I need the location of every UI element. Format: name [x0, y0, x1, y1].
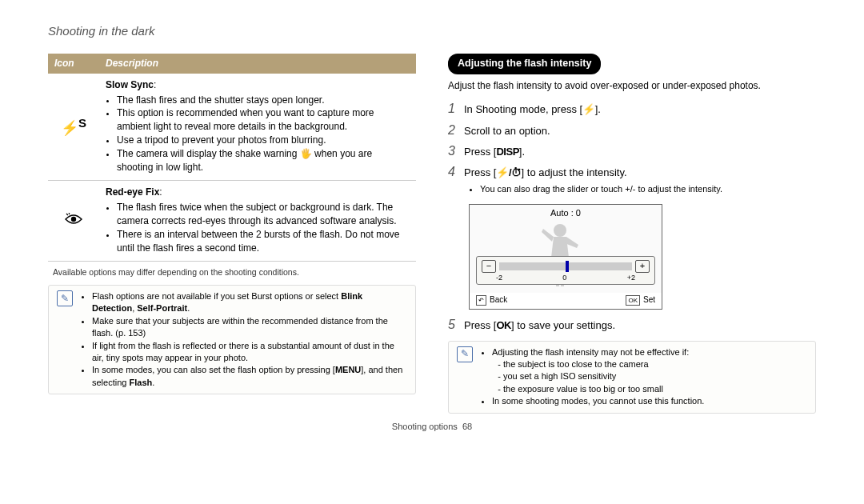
- note-bold: MENU: [335, 365, 361, 374]
- two-column-layout: Icon Description ⚡S Slow Sync: The flash…: [48, 54, 816, 414]
- slider-label-max: +2: [627, 273, 635, 283]
- step-text: Press [DISP].: [464, 145, 525, 159]
- red-eye-fix-description: Red-eye Fix: The flash fires twice when …: [99, 181, 416, 262]
- note-subitem: the exposure value is too big or too sma…: [503, 383, 704, 395]
- step-pre: In Shooting mode, press [: [464, 103, 582, 115]
- lcd-preview: Auto : 0 −: [469, 204, 662, 310]
- row-title: Slow Sync: [106, 79, 154, 90]
- bullet: The flash fires and the shutter stays op…: [117, 94, 410, 107]
- page-footer: Shooting options 68: [48, 422, 816, 431]
- table-row: ⚡S Slow Sync: The flash fires and the sh…: [48, 74, 416, 181]
- note-bold: Flash: [129, 378, 152, 387]
- step-post: ] to save your settings.: [511, 319, 615, 331]
- svg-point-0: [71, 217, 76, 222]
- step-2: 2 Scroll to an option.: [448, 122, 816, 139]
- back-hint: ↶Back: [476, 294, 507, 306]
- slider-labels: -2 0 +2: [482, 273, 650, 283]
- note-text: In some modes, you can also set the flas…: [92, 365, 335, 374]
- lcd-body: Auto : 0 −: [470, 205, 662, 293]
- back-key-icon: ↶: [476, 295, 486, 306]
- slider-knob[interactable]: [566, 261, 569, 272]
- set-hint: OKSet: [626, 294, 655, 306]
- set-label: Set: [643, 294, 655, 306]
- bullet: This option is recommended when you want…: [117, 106, 410, 134]
- slider-minus-button[interactable]: −: [482, 260, 496, 273]
- slider-label-mid: 0: [562, 273, 566, 283]
- flash-timer-key-icon: ⚡/⏱: [496, 166, 521, 180]
- table-footnote: Available options may differ depending o…: [53, 266, 416, 278]
- red-eye-fix-icon: [48, 181, 99, 262]
- row-bullets: The flash fires twice when the subject o…: [106, 201, 410, 254]
- table-header-row: Icon Description: [48, 54, 416, 74]
- step-text: Press [⚡/⏱] to adjust the intensity.: [464, 166, 627, 180]
- step-num: 3: [448, 142, 464, 160]
- note-box-right: ✎ Adjusting the flash intensity may not …: [448, 341, 816, 414]
- bullet: The camera will display the shake warnin…: [117, 147, 410, 174]
- step-num: 2: [448, 122, 464, 139]
- note-bold: Self-Portrait: [137, 303, 187, 313]
- step-num: 1: [448, 100, 464, 118]
- row-bullets: The flash fires and the shutter stays op…: [106, 94, 410, 174]
- header-description: Description: [99, 54, 416, 74]
- note-item: Flash options are not available if you s…: [92, 290, 407, 315]
- step-post: ].: [519, 146, 525, 158]
- step-3: 3 Press [DISP].: [448, 142, 816, 160]
- footer-chapter: Shooting options: [392, 422, 458, 431]
- note-item: Make sure that your subjects are within …: [92, 315, 407, 340]
- intensity-slider[interactable]: − + -2 0 +2: [476, 256, 655, 286]
- note-text: .: [187, 303, 190, 313]
- note-item: In some modes, you can also set the flas…: [92, 364, 407, 389]
- step-pre: Press [: [464, 166, 496, 178]
- disp-key-icon: DISP: [496, 145, 518, 159]
- note-box-left: ✎ Flash options are not available if you…: [48, 285, 416, 394]
- flash-key-icon: ⚡: [582, 102, 595, 117]
- footer-page-num: 68: [462, 422, 472, 431]
- slider-plus-button[interactable]: +: [635, 260, 650, 273]
- section-title: Shooting in the dark: [48, 24, 816, 38]
- step-post: ].: [595, 103, 601, 115]
- step-4: 4 Press [⚡/⏱] to adjust the intensity.: [448, 163, 816, 181]
- header-icon: Icon: [48, 54, 99, 74]
- note-list: Flash options are not available if you s…: [79, 290, 407, 389]
- note-item: Adjusting the flash intensity may not be…: [492, 346, 704, 396]
- bullet: There is an interval between the 2 burst…: [117, 228, 410, 255]
- left-column: Icon Description ⚡S Slow Sync: The flash…: [48, 54, 416, 414]
- note-text: Flash options are not available if you s…: [92, 291, 341, 301]
- note-sublist: the subject is too close to the camera y…: [492, 358, 704, 395]
- note-text: .: [152, 378, 154, 387]
- steps-list: 1 In Shooting mode, press [⚡]. 2 Scroll …: [448, 100, 816, 334]
- bullet: The flash fires twice when the subject o…: [117, 201, 410, 228]
- slow-sync-icon: ⚡S: [48, 74, 99, 181]
- note-subitem: you set a high ISO sensitivity: [503, 370, 704, 382]
- step-num: 5: [448, 316, 464, 334]
- step-pre: Press [: [464, 319, 496, 331]
- step-4-subline: You can also drag the slider or touch +/…: [469, 183, 816, 195]
- step-1: 1 In Shooting mode, press [⚡].: [448, 100, 816, 118]
- step-num: 4: [448, 163, 464, 181]
- step-text: In Shooting mode, press [⚡].: [464, 102, 601, 117]
- note-icon: ✎: [457, 346, 473, 362]
- ok-key-icon: OK: [626, 295, 640, 306]
- subline-text: You can also drag the slider or touch +/…: [480, 183, 816, 195]
- ok-key-icon: OK: [496, 318, 511, 333]
- slider-track[interactable]: [499, 262, 632, 270]
- note-item: If light from the flash is reflected or …: [92, 340, 407, 365]
- right-column: Adjusting the flash intensity Adjust the…: [448, 54, 816, 414]
- subheading: Adjusting the flash intensity: [448, 54, 601, 74]
- flash-options-table: Icon Description ⚡S Slow Sync: The flash…: [48, 54, 416, 262]
- back-label: Back: [490, 294, 507, 306]
- flash-icon: ⚡: [61, 120, 78, 136]
- step-post: ] to adjust the intensity.: [522, 166, 627, 178]
- table-row: Red-eye Fix: The flash fires twice when …: [48, 181, 416, 262]
- slider-label-min: -2: [496, 273, 502, 283]
- note-item: In some shooting modes, you cannot use t…: [492, 395, 704, 407]
- step-text: Scroll to an option.: [464, 124, 550, 138]
- slow-sync-description: Slow Sync: The flash fires and the shutt…: [99, 74, 416, 181]
- step-5: 5 Press [OK] to save your settings.: [448, 316, 816, 334]
- eye-icon: [65, 213, 82, 226]
- page: Shooting in the dark Icon Description ⚡S…: [0, 0, 864, 431]
- intro-text: Adjust the flash intensity to avoid over…: [448, 79, 816, 93]
- slow-sync-suffix: S: [78, 116, 86, 130]
- lcd-footer: ↶Back OKSet: [470, 293, 662, 309]
- row-title: Red-eye Fix: [106, 186, 159, 198]
